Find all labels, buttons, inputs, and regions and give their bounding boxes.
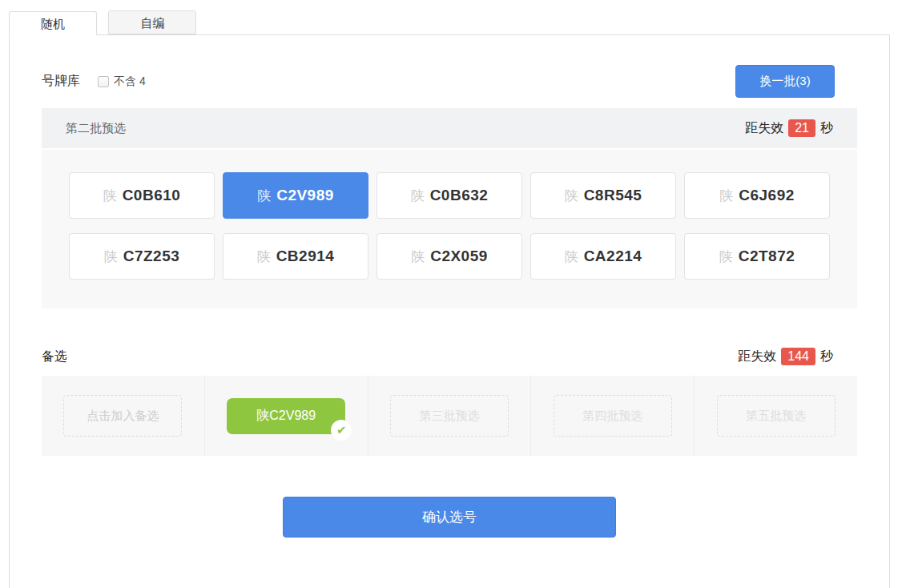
plate-option-C7Z253[interactable]: 陕C7Z253 bbox=[69, 233, 215, 280]
backup-header: 备选 距失效 144 秒 bbox=[42, 347, 857, 366]
backup-title: 备选 bbox=[42, 348, 67, 365]
plate-province-prefix: 陕 bbox=[565, 248, 578, 266]
tab-custom[interactable]: 自编 bbox=[108, 10, 196, 34]
backup-slot-3[interactable]: 第三批预选 bbox=[368, 376, 531, 456]
backup-placeholder: 第五批预选 bbox=[717, 395, 836, 437]
exclude-4-label: 不含 4 bbox=[114, 75, 146, 89]
backup-add-target: 点击加入备选 bbox=[63, 395, 182, 437]
plate-option-C8R545[interactable]: 陕C8R545 bbox=[530, 172, 676, 219]
backup-countdown-badge: 144 bbox=[781, 348, 815, 365]
plate-number: C2V989 bbox=[276, 187, 334, 204]
library-row: 号牌库 不含 4 换一批(3) bbox=[42, 65, 857, 98]
plate-option-C2V989[interactable]: 陕C2V989 bbox=[223, 172, 368, 219]
plate-province-prefix: 陕 bbox=[719, 187, 733, 205]
library-title: 号牌库 bbox=[42, 73, 80, 90]
plate-province-prefix: 陕 bbox=[257, 248, 271, 266]
batch-countdown-badge: 21 bbox=[788, 119, 815, 137]
exclude-4-checkbox[interactable] bbox=[98, 76, 109, 87]
expiry-prefix: 距失效 bbox=[745, 120, 783, 137]
plate-province-prefix: 陕 bbox=[411, 248, 425, 266]
check-icon: ✔ bbox=[331, 420, 352, 441]
backup-placeholder: 第四批预选 bbox=[554, 395, 672, 437]
tab-random[interactable]: 随机 bbox=[9, 11, 97, 35]
plate-number: C6J692 bbox=[739, 187, 795, 204]
plate-number: C0B632 bbox=[430, 187, 489, 204]
expiry-prefix: 距失效 bbox=[738, 348, 776, 365]
backup-slot-5[interactable]: 第五批预选 bbox=[694, 376, 857, 456]
backup-slot-1[interactable]: 点击加入备选 bbox=[42, 376, 204, 456]
confirm-selection-button[interactable]: 确认选号 bbox=[283, 497, 616, 538]
main-panel: 号牌库 不含 4 换一批(3) 第二批预选 距失效 21 秒 陕C0B610陕C… bbox=[9, 34, 890, 588]
expiry-suffix: 秒 bbox=[820, 120, 833, 137]
plate-option-C0B632[interactable]: 陕C0B632 bbox=[376, 172, 522, 219]
backup-slot-row: 点击加入备选陕C2V989✔第三批预选第四批预选第五批预选 bbox=[42, 376, 857, 456]
batch-header: 第二批预选 距失效 21 秒 bbox=[42, 108, 857, 148]
plate-grid: 陕C0B610陕C2V989陕C0B632陕C8R545陕C6J692陕C7Z2… bbox=[42, 150, 857, 308]
plate-number: C8R545 bbox=[584, 187, 642, 204]
plate-option-C6J692[interactable]: 陕C6J692 bbox=[684, 172, 830, 219]
backup-slot-2[interactable]: 陕C2V989✔ bbox=[204, 376, 368, 456]
plate-number: C0B610 bbox=[123, 187, 181, 204]
refresh-batch-button[interactable]: 换一批(3) bbox=[735, 65, 835, 98]
plate-option-C2T872[interactable]: 陕C2T872 bbox=[684, 233, 830, 280]
plate-province-prefix: 陕 bbox=[565, 187, 578, 205]
plate-province-prefix: 陕 bbox=[719, 248, 733, 266]
plate-option-C2X059[interactable]: 陕C2X059 bbox=[376, 233, 522, 280]
backup-slot-4[interactable]: 第四批预选 bbox=[530, 376, 694, 456]
plate-number: C7Z253 bbox=[123, 248, 180, 265]
plate-option-CA2214[interactable]: 陕CA2214 bbox=[530, 233, 676, 280]
plate-option-C0B610[interactable]: 陕C0B610 bbox=[69, 172, 215, 219]
plate-number: C2T872 bbox=[739, 248, 795, 265]
plate-province-prefix: 陕 bbox=[257, 187, 271, 205]
expiry-suffix: 秒 bbox=[820, 348, 833, 365]
plate-province-prefix: 陕 bbox=[411, 187, 425, 205]
backup-expiry: 距失效 144 秒 bbox=[738, 348, 833, 365]
batch-expiry: 距失效 21 秒 bbox=[745, 119, 833, 137]
batch-title: 第二批预选 bbox=[66, 121, 126, 136]
backup-placeholder: 第三批预选 bbox=[390, 395, 509, 437]
backup-selected-plate: 陕C2V989✔ bbox=[227, 398, 345, 434]
plate-option-CB2914[interactable]: 陕CB2914 bbox=[223, 233, 368, 280]
plate-number: CB2914 bbox=[276, 248, 335, 265]
plate-province-prefix: 陕 bbox=[104, 248, 118, 266]
plate-number: C2X059 bbox=[430, 248, 488, 265]
tab-bar: 随机 自编 bbox=[0, 0, 906, 34]
plate-province-prefix: 陕 bbox=[103, 187, 117, 205]
plate-number: CA2214 bbox=[584, 248, 642, 265]
batch-panel: 第二批预选 距失效 21 秒 陕C0B610陕C2V989陕C0B632陕C8R… bbox=[42, 108, 857, 308]
